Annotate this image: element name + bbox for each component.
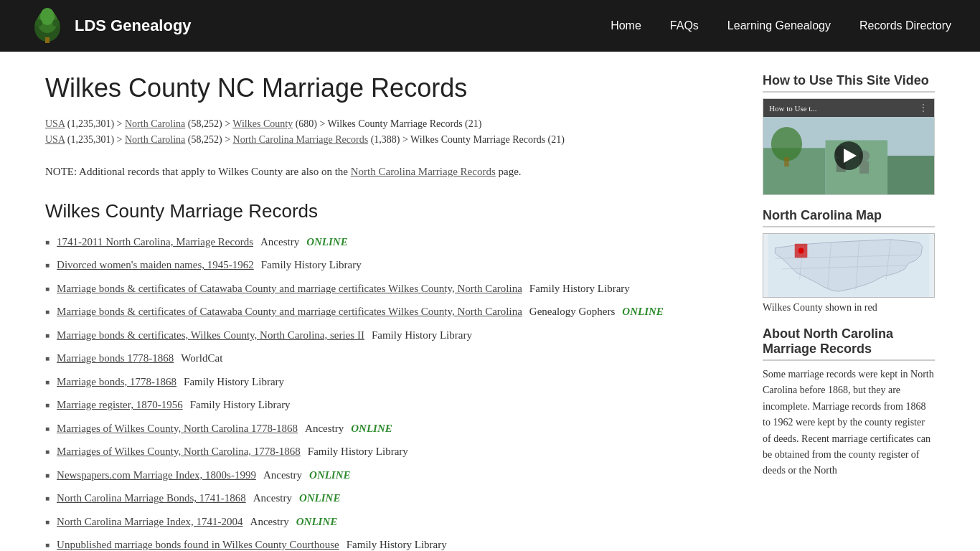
svg-rect-11 (784, 157, 788, 166)
record-source: Family History Library (372, 327, 472, 344)
nc-map-svg (763, 234, 934, 297)
video-thumbnail[interactable]: How to Use t... ⋮ (763, 98, 935, 195)
record-link[interactable]: Marriage bonds, 1778-1868 (57, 374, 176, 390)
main-content: Wilkes County NC Marriage Records USA (1… (45, 73, 734, 551)
list-item: Marriage bonds, 1778-1868 Family History… (45, 374, 734, 390)
play-button[interactable] (834, 141, 863, 170)
breadcrumb-nc-2[interactable]: North Carolina (125, 134, 185, 145)
list-item: North Carolina Marriage Index, 1741-2004… (45, 514, 734, 530)
about-section: About North Carolina Marriage Records So… (763, 326, 935, 479)
record-source: Ancestry (250, 514, 289, 530)
breadcrumb-line-2: USA (1,235,301) > North Carolina (58,252… (45, 132, 734, 148)
video-title-text: How to Use t... (769, 104, 817, 113)
record-source: Ancestry (253, 490, 292, 507)
video-section-title: How to Use This Site Video (763, 73, 935, 93)
sidebar: How to Use This Site Video How to Use t.… (763, 73, 935, 551)
record-link[interactable]: Marriage bonds & certificates of Catawab… (57, 281, 522, 297)
record-link[interactable]: 1741-2011 North Carolina, Marriage Recor… (57, 234, 253, 250)
about-text: Some marriage records were kept in North… (763, 367, 935, 479)
online-label: ONLINE (309, 467, 351, 484)
svg-point-2 (40, 8, 55, 25)
svg-point-24 (798, 248, 804, 254)
list-item: North Carolina Marriage Bonds, 1741-1868… (45, 490, 734, 507)
record-source: Family History Library (261, 257, 362, 273)
record-link[interactable]: Marriage register, 1870-1956 (57, 397, 183, 413)
nav-records-dir[interactable]: Records Directory (859, 19, 951, 32)
records-list: 1741-2011 North Carolina, Marriage Recor… (45, 234, 734, 551)
record-link[interactable]: Newspapers.com Marriage Index, 1800s-199… (57, 467, 256, 484)
about-section-title: About North Carolina Marriage Records (763, 326, 935, 361)
record-link[interactable]: Unpublished marriage bonds found in Wilk… (57, 537, 339, 551)
record-source: WorldCat (181, 350, 222, 367)
site-header: LDS Genealogy Home FAQs Learning Genealo… (0, 0, 980, 52)
record-source: Family History Library (308, 443, 408, 460)
record-source: Ancestry (305, 420, 344, 437)
nav-faqs[interactable]: FAQs (670, 19, 699, 32)
record-source: Family History Library (184, 374, 284, 390)
online-label: ONLINE (296, 514, 338, 530)
note-link[interactable]: North Carolina Marriage Records (351, 166, 496, 177)
record-source: Family History Library (347, 537, 447, 551)
svg-rect-9 (887, 156, 934, 194)
record-link[interactable]: North Carolina Marriage Index, 1741-2004 (57, 514, 243, 530)
page-title: Wilkes County NC Marriage Records (45, 73, 734, 103)
record-source: Ancestry (260, 234, 299, 250)
breadcrumb-usa-2[interactable]: USA (45, 134, 65, 145)
breadcrumb-nc-marriage[interactable]: North Carolina Marriage Records (233, 134, 369, 145)
record-link[interactable]: Marriages of Wilkes County, North Caroli… (57, 420, 298, 437)
map-section-title: North Carolina Map (763, 208, 935, 227)
list-item: Marriage register, 1870-1956 Family Hist… (45, 397, 734, 413)
record-link[interactable]: Marriages of Wilkes County, North Caroli… (57, 443, 301, 460)
breadcrumb-nc-1[interactable]: North Carolina (125, 118, 185, 129)
nc-map-section: North Carolina Map (763, 208, 935, 314)
online-label: ONLINE (622, 303, 664, 320)
list-item: Marriages of Wilkes County, North Caroli… (45, 443, 734, 460)
nav-home[interactable]: Home (611, 19, 641, 32)
svg-rect-3 (45, 37, 50, 43)
list-item: Newspapers.com Marriage Index, 1800s-199… (45, 467, 734, 484)
logo-tree-icon (29, 7, 66, 44)
record-source: Genealogy Gophers (529, 303, 616, 320)
page-body: Wilkes County NC Marriage Records USA (1… (31, 52, 949, 551)
main-nav: Home FAQs Learning Genealogy Records Dir… (611, 19, 951, 32)
svg-point-5 (52, 19, 60, 27)
online-label: ONLINE (306, 234, 348, 250)
list-item: Marriages of Wilkes County, North Caroli… (45, 420, 734, 437)
record-link[interactable]: Marriage bonds & certificates of Catawab… (57, 303, 522, 320)
breadcrumb: USA (1,235,301) > North Carolina (58,252… (45, 116, 734, 149)
record-link[interactable]: North Carolina Marriage Bonds, 1741-1868 (57, 490, 246, 507)
svg-point-4 (35, 19, 42, 27)
nav-learning[interactable]: Learning Genealogy (727, 19, 831, 32)
note-paragraph: NOTE: Additional records that apply to W… (45, 163, 734, 180)
list-item: 1741-2011 North Carolina, Marriage Recor… (45, 234, 734, 250)
online-label: ONLINE (299, 490, 341, 507)
video-menu-icon: ⋮ (918, 102, 928, 114)
record-link[interactable]: Marriage bonds & certificates, Wilkes Co… (57, 327, 364, 344)
list-item: Divorced women's maiden names, 1945-1962… (45, 257, 734, 273)
logo[interactable]: LDS Genealogy (29, 7, 192, 44)
list-item: Marriage bonds 1778-1868 WorldCat (45, 350, 734, 367)
record-source: Ancestry (263, 467, 302, 484)
breadcrumb-line-1: USA (1,235,301) > North Carolina (58,252… (45, 116, 734, 132)
record-link[interactable]: Divorced women's maiden names, 1945-1962 (57, 257, 254, 273)
svg-point-10 (771, 127, 802, 161)
list-item: Marriage bonds & certificates, Wilkes Co… (45, 327, 734, 344)
list-item: Marriage bonds & certificates of Catawab… (45, 303, 734, 320)
online-label: ONLINE (351, 420, 392, 437)
record-link[interactable]: Marriage bonds 1778-1868 (57, 350, 174, 367)
breadcrumb-usa-1[interactable]: USA (45, 118, 65, 129)
breadcrumb-wilkes[interactable]: Wilkes County (232, 118, 293, 129)
list-item: Unpublished marriage bonds found in Wilk… (45, 537, 734, 551)
record-source: Family History Library (190, 397, 291, 413)
nc-map (763, 233, 935, 298)
video-section: How to Use This Site Video How to Use t.… (763, 73, 935, 195)
map-caption: Wilkes County shown in red (763, 302, 935, 314)
record-source: Family History Library (529, 281, 630, 297)
play-icon (844, 149, 857, 163)
logo-text: LDS Genealogy (75, 17, 192, 35)
list-item: Marriage bonds & certificates of Catawab… (45, 281, 734, 297)
section-title: Wilkes County Marriage Records (45, 200, 734, 222)
